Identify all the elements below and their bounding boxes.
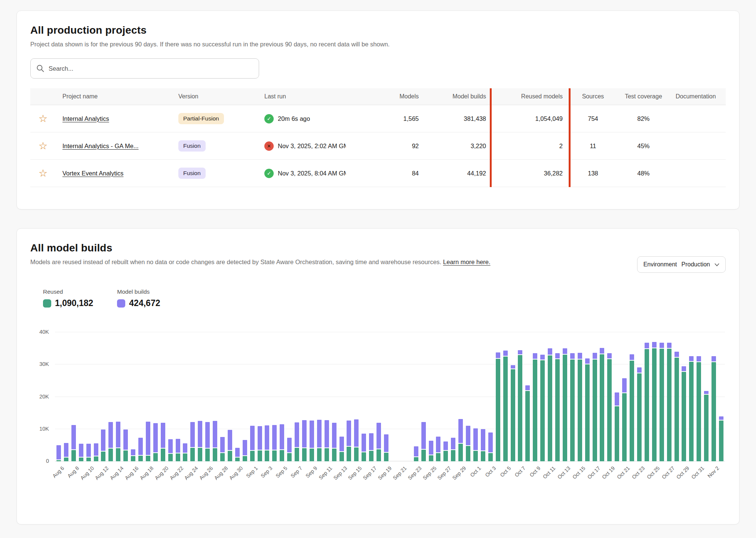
chart-bar-nov-1[interactable] bbox=[704, 391, 709, 461]
column-model-builds: Model builds bbox=[425, 88, 492, 105]
y-axis-tick: 10K bbox=[33, 426, 49, 432]
chart-bar-oct-11[interactable] bbox=[548, 348, 552, 461]
chart-bar-oct-7[interactable] bbox=[518, 350, 522, 461]
chart-bar-aug-19[interactable] bbox=[153, 423, 158, 461]
chart-bar-sep-16[interactable] bbox=[362, 434, 366, 461]
chart-bar-sep-11[interactable] bbox=[325, 420, 329, 461]
chart-bar-oct-26[interactable] bbox=[660, 343, 664, 461]
chart-bar-oct-21[interactable] bbox=[622, 378, 627, 462]
chart-bar-aug-27[interactable] bbox=[213, 421, 217, 461]
chart-bar-sep-12[interactable] bbox=[332, 423, 336, 462]
learn-more-link[interactable]: Learn more here. bbox=[443, 259, 491, 265]
sources-value: 754 bbox=[569, 105, 617, 132]
chart-bar-oct-19[interactable] bbox=[607, 353, 612, 461]
chart-bar-aug-23[interactable] bbox=[183, 443, 187, 461]
chart-bar-oct-2[interactable] bbox=[481, 429, 485, 461]
chart-bar-sep-2[interactable] bbox=[258, 426, 262, 461]
chart-bar-sep-14[interactable] bbox=[347, 421, 351, 461]
chart-bar-oct-24[interactable] bbox=[645, 343, 649, 461]
environment-dropdown[interactable]: Environment Production bbox=[637, 256, 726, 273]
chart-bar-sep-24[interactable] bbox=[421, 422, 426, 461]
project-name-link[interactable]: Internal Analytics bbox=[62, 115, 109, 122]
chart-bar-sep-13[interactable] bbox=[339, 437, 344, 461]
chart-bar-oct-31[interactable] bbox=[697, 356, 701, 461]
chart-bar-aug-14[interactable] bbox=[116, 422, 120, 461]
chart-bar-aug-25[interactable] bbox=[198, 421, 202, 461]
chart-bar-oct-27[interactable] bbox=[667, 343, 672, 461]
chart-bar-sep-10[interactable] bbox=[317, 420, 322, 461]
favorite-star-icon[interactable]: ☆ bbox=[39, 141, 47, 151]
chart-bar-aug-22[interactable] bbox=[176, 439, 180, 461]
chart-bar-oct-28[interactable] bbox=[674, 352, 679, 461]
chart-bar-sep-18[interactable] bbox=[377, 423, 381, 461]
chart-bar-aug-17[interactable] bbox=[138, 438, 143, 461]
chart-bar-aug-9[interactable] bbox=[79, 444, 83, 461]
chart-bar-sep-23[interactable] bbox=[414, 446, 418, 461]
project-name-link[interactable]: Vortex Event Analytics bbox=[62, 170, 123, 177]
chart-bar-sep-3[interactable] bbox=[265, 425, 269, 461]
chart-bar-nov-3[interactable] bbox=[719, 416, 723, 461]
chart-bar-aug-6[interactable] bbox=[56, 445, 61, 461]
chart-bar-oct-29[interactable] bbox=[682, 366, 686, 461]
chart-bar-oct-3[interactable] bbox=[488, 432, 493, 461]
chart-bar-oct-14[interactable] bbox=[570, 353, 575, 461]
chart-bar-oct-18[interactable] bbox=[600, 348, 604, 461]
chart-bar-sep-29[interactable] bbox=[458, 419, 463, 461]
chart-bar-sep-28[interactable] bbox=[451, 438, 455, 461]
chart-bar-oct-1[interactable] bbox=[473, 428, 478, 461]
chart-bar-oct-6[interactable] bbox=[511, 365, 515, 461]
chart-bar-sep-19[interactable] bbox=[384, 434, 388, 461]
chart-bar-aug-31[interactable] bbox=[243, 440, 247, 461]
chart-bar-aug-15[interactable] bbox=[123, 430, 128, 461]
chart-bar-sep-4[interactable] bbox=[272, 425, 277, 461]
chart-bar-oct-8[interactable] bbox=[525, 385, 530, 461]
chart-bar-aug-10[interactable] bbox=[86, 444, 91, 461]
chart-bar-oct-13[interactable] bbox=[563, 348, 567, 461]
chart-bar-aug-7[interactable] bbox=[64, 443, 68, 461]
chart-bar-sep-5[interactable] bbox=[280, 424, 284, 461]
favorite-star-icon[interactable]: ☆ bbox=[39, 114, 47, 124]
chart-bar-aug-18[interactable] bbox=[146, 422, 150, 461]
chart-bar-sep-6[interactable] bbox=[287, 438, 292, 461]
chart-bar-oct-5[interactable] bbox=[503, 351, 508, 461]
chart-bar-aug-29[interactable] bbox=[228, 430, 232, 461]
chart-bar-sep-25[interactable] bbox=[429, 441, 433, 461]
chart-bar-sep-30[interactable] bbox=[466, 426, 470, 461]
chart-bar-sep-7[interactable] bbox=[295, 422, 299, 461]
run-status-icon bbox=[264, 169, 274, 178]
chart-bar-aug-8[interactable] bbox=[71, 425, 76, 461]
chart-bar-oct-25[interactable] bbox=[652, 342, 657, 461]
chart-bar-aug-30[interactable] bbox=[235, 448, 240, 461]
chart-bar-oct-20[interactable] bbox=[615, 392, 619, 461]
chart-bar-sep-27[interactable] bbox=[443, 441, 448, 462]
favorite-star-icon[interactable]: ☆ bbox=[39, 168, 47, 178]
chart-bar-aug-16[interactable] bbox=[131, 449, 135, 461]
chart-bar-aug-12[interactable] bbox=[101, 430, 105, 461]
chart-bar-oct-4[interactable] bbox=[496, 352, 500, 461]
chart-bar-aug-20[interactable] bbox=[161, 423, 165, 461]
chart-bar-nov-2[interactable] bbox=[712, 356, 716, 461]
project-name-link[interactable]: Internal Analytics - GA Me... bbox=[62, 143, 139, 149]
chart-bar-aug-28[interactable] bbox=[220, 437, 225, 461]
chart-bar-aug-21[interactable] bbox=[168, 439, 173, 461]
chart-bar-sep-17[interactable] bbox=[369, 433, 374, 461]
chart-bar-sep-9[interactable] bbox=[310, 421, 314, 461]
chart-bar-oct-23[interactable] bbox=[637, 367, 642, 461]
chart-bar-oct-12[interactable] bbox=[555, 353, 560, 461]
chart-bar-sep-15[interactable] bbox=[354, 419, 359, 461]
chart-bar-aug-13[interactable] bbox=[108, 422, 113, 461]
chart-bar-oct-30[interactable] bbox=[689, 356, 694, 461]
chart-bar-aug-24[interactable] bbox=[190, 422, 195, 461]
chart-bar-aug-26[interactable] bbox=[205, 422, 210, 461]
chart-bar-sep-26[interactable] bbox=[436, 437, 440, 461]
chart-bar-oct-16[interactable] bbox=[585, 358, 590, 461]
chart-bar-oct-22[interactable] bbox=[630, 354, 634, 461]
chart-bar-oct-15[interactable] bbox=[578, 353, 582, 461]
chart-bar-aug-11[interactable] bbox=[94, 443, 98, 461]
chart-bar-sep-8[interactable] bbox=[302, 420, 307, 461]
chart-bar-oct-17[interactable] bbox=[593, 353, 597, 461]
chart-bar-oct-9[interactable] bbox=[533, 353, 537, 461]
chart-bar-oct-10[interactable] bbox=[540, 355, 545, 462]
search-input[interactable] bbox=[30, 58, 259, 79]
chart-bar-sep-1[interactable] bbox=[250, 426, 255, 461]
